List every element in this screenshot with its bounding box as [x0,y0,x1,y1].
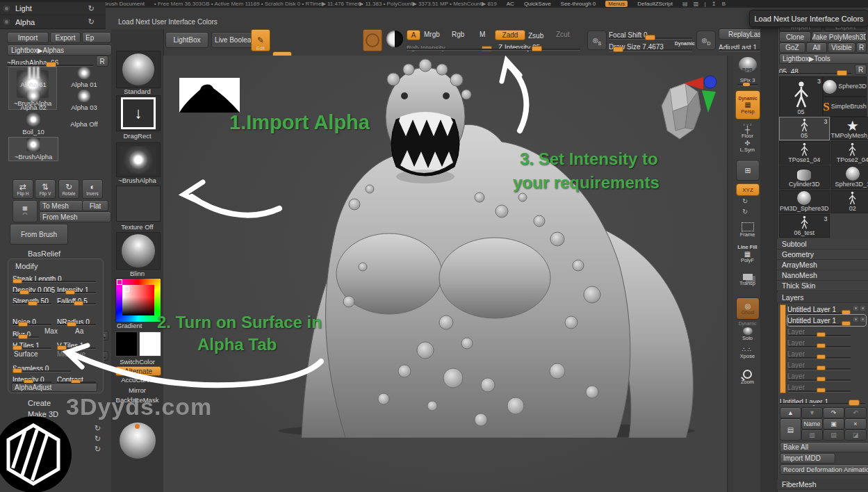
layer-new-button[interactable]: ▤ [780,418,801,441]
tool-thumb[interactable]: ★ TPose1_04 [779,141,830,165]
layer-intensity-slider[interactable]: Untitled Layer 1 [780,395,865,404]
clone-button[interactable]: Clone [779,31,811,42]
intensity-slider[interactable]: Intensity 1 [57,283,97,293]
bake-all-button[interactable]: Bake All [780,442,868,452]
streak-length-slider[interactable]: Streak Length 0 [13,272,97,281]
ac-button[interactable]: AC [507,1,514,7]
v-tiles-slider[interactable]: V Tiles 1 [57,338,97,348]
layer-visibility-icons[interactable] [853,317,865,322]
polyframe-button[interactable]: Line Fill ▦ PolyF [735,245,760,263]
alpha-thumb[interactable]: ~BrushAlpha [8,137,58,161]
alpha-current-thumb[interactable] [116,142,161,177]
layer-slider-handle[interactable] [842,310,851,315]
alpha-graph-button[interactable]: ▦◠ [13,200,38,222]
to-mesh-button[interactable]: To Mesh [39,200,83,211]
seamless-slider[interactable]: Seamless 0 [13,361,72,371]
alpha-thumb[interactable]: Boil_10 [8,113,58,136]
rotate-z-icon[interactable]: ↻ [742,208,748,215]
layer-name-button[interactable]: Name [801,418,823,429]
goz-button[interactable]: GoZ [779,42,805,53]
material-ball[interactable] [120,423,156,459]
zcut-button[interactable]: Zcut [556,31,569,38]
palette-row-light[interactable]: Light ↻ [0,2,106,15]
refresh-icon[interactable]: ↻ [95,445,101,454]
m-button[interactable]: M [480,31,485,38]
brush-standard-thumb[interactable] [116,51,161,88]
make-polymesh3d-button[interactable]: Make PolyMesh3D [812,31,867,42]
y-axis-cone[interactable] [702,90,716,113]
refresh-icon[interactable]: ↻ [95,434,101,443]
layer-row[interactable]: Layer [787,359,866,370]
stroke-dragrect-thumb[interactable]: ↓ [116,95,161,131]
quicksave-button[interactable]: QuickSave [524,1,551,7]
record-deformation-button[interactable]: Record Deformation Animation [780,464,868,475]
frame-button[interactable]: Frame [735,222,760,238]
layer-row[interactable]: Layer [787,370,866,382]
ghost-button[interactable]: ◎ Ghost [736,297,760,320]
see-through-slider[interactable]: See-through 0 [561,1,596,7]
switch-color-button[interactable]: SwitchColor [111,358,163,366]
tool-section-row[interactable]: Subtool [777,239,868,249]
palette-row-alpha[interactable]: Alpha ↻ [0,15,106,29]
alpha-thumb[interactable]: Alpha 02 [8,90,58,111]
blur-slider[interactable]: Blur 0 [13,327,40,337]
xpose-button[interactable]: ∴∴ Xpose [735,346,760,359]
alpha-thumb[interactable]: Alpha 03 [60,90,108,111]
layer-row[interactable]: Layer [787,348,866,359]
flip-v-button[interactable]: ⇅Flip V [35,179,56,199]
lsym-button[interactable]: ✣ L.Sym [735,140,760,153]
invers-button[interactable]: ◐Invers [82,179,103,199]
focal-shift-slider[interactable]: Focal Shift 0 [609,28,692,38]
flip-h-button[interactable]: ⇄Flip H [13,179,33,199]
zoom-button[interactable]: Zoom [735,370,760,385]
stroke-icon[interactable]: ◎S [587,31,607,50]
tool-thumb[interactable]: 4 ★ 02 [830,190,868,213]
refresh-icon[interactable]: ↻ [88,4,95,13]
import-mdd-button[interactable]: Import MDD [780,453,835,464]
active-tool-thumb[interactable]: 3 05 [779,76,823,117]
lightbox-button[interactable]: LightBox [165,32,208,48]
layer-slider-handle[interactable] [817,343,826,348]
midvalue-slider[interactable]: MidValue [57,350,85,358]
layer-merge-button[interactable]: ▥ [801,429,823,441]
intensity0-slider[interactable]: Intensity 0 [13,372,53,382]
material-toggle-icon[interactable] [386,31,403,47]
z-intensity-slider[interactable]: Z Intensity 25 [498,40,580,50]
rotate-alpha-button[interactable]: ↻Rotate [58,179,79,199]
surface-button[interactable]: Surface [14,350,38,358]
default-zscript-button[interactable]: DefaultZScript [637,1,673,7]
contrast-slider[interactable]: Contrast [57,372,97,382]
layer-split-button[interactable]: ▤ [823,429,844,441]
layer-delete-button[interactable]: × [844,418,867,429]
titlebar-icons[interactable]: ▤ ▥ | ↥ B [682,1,728,7]
a-button[interactable]: A [407,30,420,40]
flat-button[interactable]: Flat [82,200,108,211]
alpha-ep-button[interactable]: Ep [82,32,111,43]
tool-r-button[interactable]: R [855,65,867,75]
create-section[interactable]: Create [28,399,51,407]
edit-button[interactable]: ✎Edit [251,29,270,51]
alpha-r-button[interactable]: R [96,56,108,67]
layer-duplicate-button[interactable]: ▣ [823,418,844,429]
dynamic-flag[interactable]: Dynamic [675,41,695,46]
layer-redo-button[interactable]: ↷ [823,407,844,418]
main-color-swatch[interactable] [115,331,138,356]
layer-row[interactable]: Layer [787,326,866,337]
fibermesh-section-row[interactable]: FiberMesh [777,479,868,490]
tool-section-row[interactable]: ArrayMesh [777,260,868,270]
solo-button[interactable]: Dynamic Solo [735,321,760,341]
alpha-thumb[interactable]: Alpha 61 [8,67,58,88]
tool-section-row[interactable]: Geometry [777,249,868,260]
layer-slider-handle[interactable] [817,377,826,382]
layer-slider-handle[interactable] [817,354,826,359]
layer-down-button[interactable]: ▼ [801,407,823,418]
max-button[interactable]: Max [44,327,58,335]
h-tiles-slider[interactable]: H Tiles 1 [13,338,53,348]
persp-button[interactable]: Dynamic ▦ Persp [735,90,760,120]
layer-invert-button[interactable]: ◪ [844,429,867,441]
falloff-slider[interactable]: Falloff 0.5 [57,294,97,304]
alpha-thumb[interactable]: Alpha Off [60,113,108,136]
lightbox-tools-button[interactable]: Lightbox▶Tools [779,54,868,64]
brush-preview-button[interactable] [363,29,382,51]
texture-slot[interactable] [116,186,161,222]
